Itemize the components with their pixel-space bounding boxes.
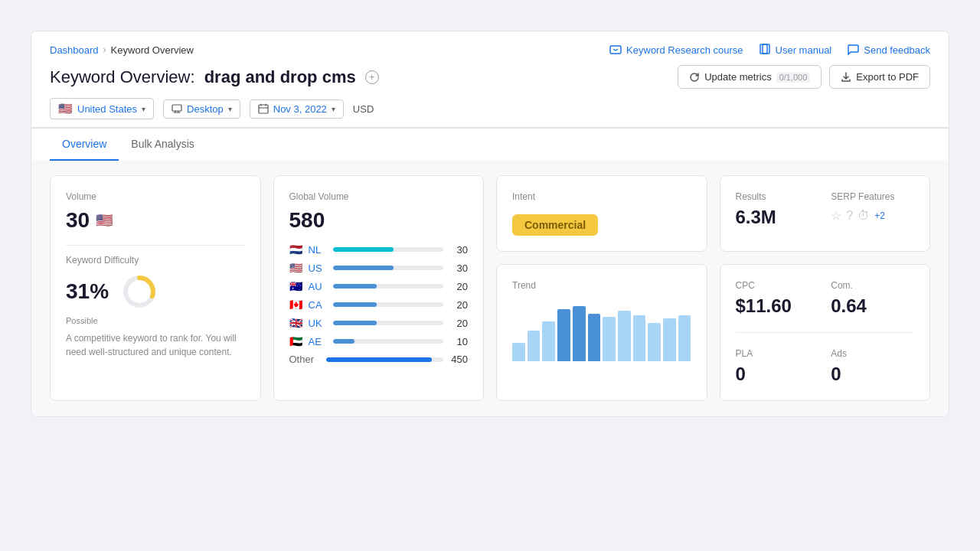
svg-rect-4 — [259, 105, 268, 113]
update-metrics-label: Update metrics — [704, 71, 771, 83]
kd-donut — [121, 273, 158, 310]
add-keyword-button[interactable]: + — [365, 70, 379, 84]
page-title-keyword: drag and drop cms — [204, 67, 356, 86]
svg-rect-0 — [610, 46, 621, 54]
trend-card: Trend — [496, 264, 707, 401]
com-value: 0.64 — [831, 295, 914, 317]
results-value: 6.3M — [736, 207, 819, 228]
volume-card: Volume 30 🇺🇸 Keyword Difficulty 31% — [50, 175, 261, 401]
keyword-course-link[interactable]: Keyword Research course — [609, 44, 743, 56]
serp-label: SERP Features — [831, 191, 914, 202]
serp-plus-icon[interactable]: +2 — [874, 210, 885, 221]
kd-label: Keyword Difficulty — [66, 255, 245, 266]
kd-percent: 31% — [66, 279, 109, 304]
volume-label: Volume — [66, 191, 245, 202]
manual-icon — [759, 44, 771, 56]
com-section: Com. 0.64 — [831, 280, 914, 317]
export-label: Export to PDF — [856, 71, 919, 83]
currency-label: USD — [353, 103, 374, 115]
trend-bar-11 — [678, 315, 691, 361]
feedback-label: Send feedback — [864, 44, 930, 56]
trend-bar-9 — [648, 323, 661, 361]
cpc-ads-card: CPC $11.60 Com. 0.64 PLA 0 — [720, 264, 931, 401]
trend-bar-5 — [588, 314, 601, 361]
country-row-nl: 🇳🇱 NL 30 — [289, 243, 469, 256]
cpc-section: CPC $11.60 — [736, 280, 819, 317]
date-label: Nov 3, 2022 — [273, 103, 327, 115]
export-icon — [841, 72, 851, 83]
device-label: Desktop — [187, 103, 224, 115]
country-row-uk: 🇬🇧 UK 20 — [289, 317, 469, 329]
volume-flag: 🇺🇸 — [96, 212, 113, 229]
date-chevron: ▾ — [332, 105, 335, 113]
serp-star-icon: ☆ — [831, 208, 841, 223]
intent-badge: Commercial — [512, 214, 598, 236]
cpc-grid: CPC $11.60 Com. 0.64 PLA 0 — [736, 280, 915, 385]
manual-label: User manual — [776, 44, 832, 56]
cpc-divider — [736, 332, 915, 333]
volume-value-row: 30 🇺🇸 — [66, 208, 245, 233]
results-card: Results 6.3M SERP Features ☆ ? ⏱ +2 — [720, 175, 931, 252]
breadcrumb-home[interactable]: Dashboard — [50, 44, 99, 56]
trend-bar-1 — [528, 331, 541, 361]
header-actions: Keyword Research course User manual — [609, 44, 930, 56]
pla-label: PLA — [736, 348, 819, 359]
breadcrumb-current: Keyword Overview — [111, 44, 194, 56]
svg-rect-3 — [172, 105, 181, 111]
volume-number: 30 — [66, 208, 90, 233]
global-volume-number: 580 — [289, 208, 469, 233]
country-flag: 🇺🇸 — [58, 102, 73, 116]
country-row-other: Other 450 — [289, 354, 469, 365]
tab-bulk-analysis[interactable]: Bulk Analysis — [119, 129, 206, 161]
trend-bar-10 — [663, 318, 676, 361]
refresh-icon — [689, 72, 700, 83]
svg-rect-1 — [760, 44, 767, 54]
tabs-row: Overview Bulk Analysis — [31, 128, 949, 160]
country-row-ae: 🇦🇪 AE 10 — [289, 335, 469, 347]
country-chevron: ▾ — [142, 105, 145, 113]
ads-section: Ads 0 — [831, 348, 914, 385]
filters-row: 🇺🇸 United States ▾ Desktop ▾ — [50, 98, 930, 127]
page-title-label: Keyword Overview: — [50, 67, 195, 86]
results-label: Results — [736, 191, 819, 202]
country-row-ca: 🇨🇦 CA 20 — [289, 298, 469, 311]
update-metrics-button[interactable]: Update metrics 0/1,000 — [678, 65, 822, 89]
user-manual-link[interactable]: User manual — [759, 44, 832, 56]
global-volume-label: Global Volume — [289, 191, 469, 202]
results-section: Results 6.3M — [736, 191, 819, 228]
calendar-icon — [258, 103, 269, 114]
trend-chart — [512, 300, 691, 361]
cpc-label: CPC — [736, 280, 819, 291]
course-label: Keyword Research course — [626, 44, 743, 56]
trend-bar-2 — [542, 321, 555, 361]
breadcrumb-separator: › — [103, 44, 106, 55]
trend-bar-0 — [512, 343, 525, 361]
feedback-icon — [847, 44, 859, 56]
pla-section: PLA 0 — [736, 348, 819, 385]
desktop-icon — [172, 103, 182, 114]
ads-label: Ads — [831, 348, 914, 359]
intent-card: Intent Commercial — [496, 175, 707, 252]
kd-description: A competitive keyword to rank for. You w… — [66, 331, 245, 359]
device-filter[interactable]: Desktop ▾ — [163, 99, 240, 119]
serp-icons: ☆ ? ⏱ +2 — [831, 208, 914, 223]
page-title: Keyword Overview: drag and drop cms — [50, 67, 356, 87]
course-icon — [609, 44, 622, 56]
export-pdf-button[interactable]: Export to PDF — [829, 65, 930, 89]
kd-row: 31% — [66, 273, 245, 310]
breadcrumb: Dashboard › Keyword Overview — [50, 44, 194, 56]
tab-overview[interactable]: Overview — [50, 129, 119, 161]
country-filter[interactable]: 🇺🇸 United States ▾ — [50, 98, 154, 119]
date-filter[interactable]: Nov 3, 2022 ▾ — [250, 99, 344, 119]
page-actions: Update metrics 0/1,000 Export to PDF — [678, 65, 930, 89]
svg-rect-2 — [763, 44, 769, 54]
trend-bar-6 — [603, 317, 616, 361]
country-label: United States — [77, 103, 137, 115]
serp-question-icon: ? — [846, 209, 853, 223]
country-row-au: 🇦🇺 AU 20 — [289, 280, 469, 292]
device-chevron: ▾ — [228, 105, 232, 113]
ads-value: 0 — [831, 364, 914, 385]
trend-bar-7 — [618, 311, 631, 361]
send-feedback-link[interactable]: Send feedback — [847, 44, 930, 56]
pla-value: 0 — [736, 364, 819, 385]
